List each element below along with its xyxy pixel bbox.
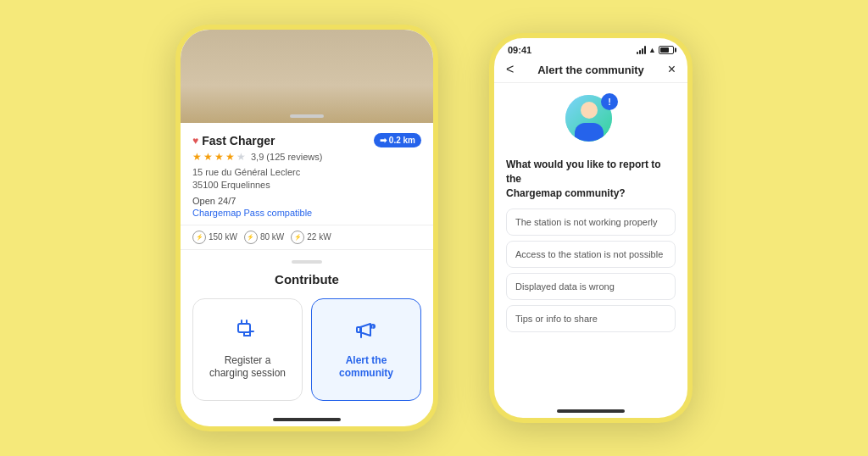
charger-icon-3: ⚡ (291, 231, 304, 244)
wifi-icon: ▲ (648, 46, 656, 54)
register-session-button[interactable]: Register acharging session (192, 298, 303, 401)
sheet-handle (292, 260, 322, 264)
svg-rect-0 (238, 324, 250, 332)
phone-left: ♥ Fast Charger ➡ 0.2 km ★ ★ ★ ★ ★ 3,9 (175, 25, 438, 431)
signal-icon (637, 46, 646, 54)
charger-icon-2: ⚡ (244, 231, 258, 244)
spec-22kw: ⚡ 22 kW (291, 231, 331, 244)
option-data-wrong[interactable]: Displayed data is wrong (506, 273, 676, 300)
station-address: 15 rue du Général Leclerc 35100 Erquelin… (192, 166, 421, 192)
star-1: ★ (192, 151, 202, 163)
station-hours: Open 24/7 (192, 196, 421, 206)
alert-content: ! What would you like to report to theCh… (494, 83, 687, 404)
star-rating: ★ ★ ★ ★ ★ 3,9 (125 reviews) (192, 151, 421, 163)
spec-power-3: 22 kW (307, 232, 331, 242)
spec-150kw: ⚡ 150 kW (192, 231, 237, 244)
station-name: ♥ Fast Charger (192, 134, 275, 147)
megaphone-icon: ! (353, 319, 379, 348)
spec-power-1: 150 kW (209, 232, 237, 242)
avatar-wrapper: ! (565, 95, 616, 146)
plug-icon (235, 319, 260, 348)
contribute-buttons: Register acharging session ! (192, 298, 421, 401)
station-info: ♥ Fast Charger ➡ 0.2 km ★ ★ ★ ★ ★ 3,9 (181, 123, 433, 225)
heart-icon: ♥ (192, 135, 198, 147)
alert-question: What would you like to report to theChar… (506, 158, 676, 200)
charger-specs: ⚡ 150 kW ⚡ 80 kW ⚡ 22 kW (181, 225, 433, 250)
status-time: 09:41 (508, 45, 531, 55)
nav-bar: < Alert the community × (494, 58, 687, 83)
star-2: ★ (203, 151, 213, 163)
close-button[interactable]: × (668, 62, 676, 77)
alert-community-button[interactable]: ! Alert thecommunity (311, 298, 421, 401)
chargemap-compatibility: Chargemap Pass compatible (192, 208, 421, 218)
option-not-working[interactable]: The station is not working properly (506, 209, 676, 236)
status-icons: ▲ (637, 46, 674, 54)
star-3: ★ (214, 151, 224, 163)
scene: ♥ Fast Charger ➡ 0.2 km ★ ★ ★ ★ ★ 3,9 (0, 0, 868, 456)
battery-icon (659, 46, 674, 54)
status-bar: 09:41 ▲ (494, 38, 687, 58)
svg-rect-7 (357, 327, 361, 332)
option-access-not-possible[interactable]: Access to the station is not possible (506, 241, 676, 268)
option-tips-info[interactable]: Tips or info to share (506, 305, 676, 332)
contribute-title: Contribute (192, 272, 421, 286)
avatar-area: ! (506, 95, 676, 146)
map-area (181, 30, 433, 123)
spec-80kw: ⚡ 80 kW (244, 231, 284, 244)
back-button[interactable]: < (506, 62, 514, 77)
home-bar-right (494, 404, 687, 418)
nav-title: Alert the community (537, 64, 644, 76)
bottom-sheet: Contribute (181, 250, 433, 413)
spec-power-2: 80 kW (260, 232, 284, 242)
star-5-empty: ★ (236, 151, 246, 163)
alert-community-label: Alert thecommunity (339, 354, 393, 381)
alert-exclamation-badge: ! (601, 93, 618, 110)
distance-badge: ➡ 0.2 km (374, 133, 421, 147)
phone-right: 09:41 ▲ < Alert the commu (489, 33, 693, 423)
rating-value: 3,9 (125 reviews) (251, 152, 322, 162)
register-session-label: Register acharging session (209, 354, 286, 381)
home-bar-left (181, 413, 433, 426)
charger-icon-1: ⚡ (192, 231, 206, 244)
star-4: ★ (225, 151, 235, 163)
direction-icon: ➡ (380, 136, 387, 145)
